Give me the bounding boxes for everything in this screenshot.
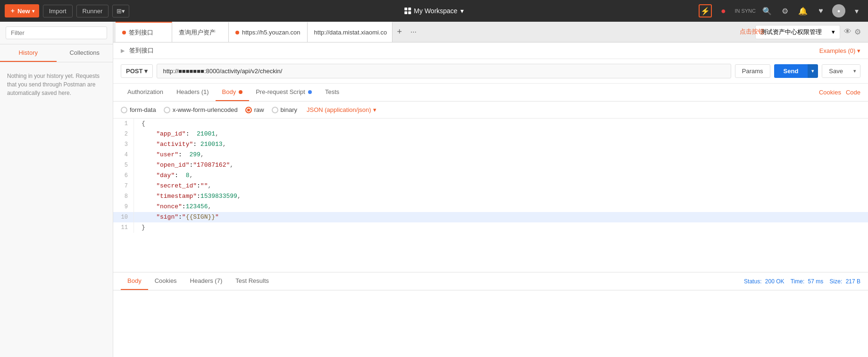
status-value: 200 OK: [765, 278, 786, 285]
tab-dot-3: [235, 31, 239, 34]
new-chevron-icon: ▾: [32, 8, 34, 14]
eye-icon[interactable]: 👁: [844, 27, 851, 36]
sidebar-tabs: History Collections: [0, 44, 113, 62]
runner-label: Runner: [83, 8, 103, 15]
examples-label: Examples (0): [819, 47, 856, 54]
resp-tab-cookies[interactable]: Cookies: [148, 272, 184, 290]
tab-authorization-label: Authorization: [127, 88, 163, 95]
params-button[interactable]: Params: [735, 64, 770, 78]
response-status-bar: Status: 200 OK Time: 57 ms Size: 217 B: [744, 278, 860, 285]
resp-tab-body[interactable]: Body: [121, 272, 148, 290]
examples-link[interactable]: Examples (0) ▾: [819, 47, 860, 54]
code-line-5: 5 "open_id":"17087162",: [113, 160, 868, 170]
binary-label: binary: [281, 106, 297, 113]
tab-prerequest[interactable]: Pre-request Script: [249, 84, 318, 101]
breadcrumb-arrow-icon[interactable]: ▶: [121, 48, 125, 54]
new-label: New: [17, 8, 30, 15]
workspace-selector[interactable]: My Workspace ▾: [404, 7, 463, 15]
cookies-link[interactable]: Cookies: [819, 89, 841, 96]
tab-add-button[interactable]: +: [392, 27, 407, 37]
sidebar-tab-collections[interactable]: Collections: [57, 44, 113, 62]
line-num-11: 11: [113, 222, 134, 233]
sidebar-tab-history-label: History: [19, 49, 38, 56]
workspace-icon: [404, 8, 411, 14]
send-dropdown-button[interactable]: ▾: [808, 64, 818, 78]
method-chevron-icon: ▾: [144, 68, 148, 75]
search-button[interactable]: 🔍: [760, 4, 774, 17]
urlencoded-label: x-www-form-urlencoded: [173, 106, 238, 113]
import-button[interactable]: Import: [43, 5, 73, 17]
line-num-5: 5: [113, 160, 134, 170]
line-num-6: 6: [113, 170, 134, 181]
main-content: 签到接口 查询用户资产 https://h5.youzan.con http:/…: [113, 22, 868, 357]
resp-tab-test-results[interactable]: Test Results: [229, 272, 275, 290]
notification-button[interactable]: 🔔: [796, 4, 810, 17]
tab-tests-label: Tests: [325, 88, 339, 95]
tab-mistat[interactable]: http://data.mistat.xiaomi.co: [308, 22, 392, 42]
capture-button[interactable]: ⊞▾: [112, 5, 129, 17]
json-type-selector[interactable]: JSON (application/json) ▾: [307, 106, 376, 113]
breadcrumb-bar: ▶ 签到接口 Examples (0) ▾: [113, 42, 868, 59]
option-form-data[interactable]: form-data: [121, 106, 156, 113]
response-panel: Body Cookies Headers (7) Test Results St…: [113, 272, 868, 357]
code-line-3: 3 "activity": 210013,: [113, 139, 868, 150]
tab-more-button[interactable]: ⋯: [407, 28, 420, 35]
response-tabs: Body Cookies Headers (7) Test Results St…: [113, 272, 868, 290]
profile-button[interactable]: ●: [832, 4, 845, 17]
tab-body-label: Body: [222, 88, 236, 95]
sync-button[interactable]: ●: [717, 4, 730, 17]
tab-body[interactable]: Body: [216, 84, 250, 101]
sidebar-filter-area: [0, 22, 113, 44]
save-dropdown-button[interactable]: ▾: [850, 65, 860, 77]
tab-signin[interactable]: 签到接口: [116, 22, 172, 42]
save-group: Save ▾: [822, 64, 860, 78]
new-button[interactable]: ＋ New ▾: [5, 4, 39, 17]
response-content: [113, 290, 868, 357]
breadcrumb-text: 签到接口: [129, 46, 154, 55]
tab-label-2: 查询用户资产: [179, 28, 216, 37]
radio-form-data: [121, 107, 127, 113]
resp-headers-label: Headers (7): [190, 277, 223, 284]
tab-tests[interactable]: Tests: [318, 84, 346, 101]
option-raw[interactable]: raw: [245, 106, 264, 113]
tabs-bar: 签到接口 查询用户资产 https://h5.youzan.con http:/…: [113, 22, 868, 42]
resp-tab-headers[interactable]: Headers (7): [184, 272, 229, 290]
tab-prerequest-label: Pre-request Script: [256, 88, 305, 95]
settings-env-icon[interactable]: ⚙: [854, 27, 861, 36]
sidebar-empty-message: Nothing in your history yet. Requests th…: [0, 62, 113, 107]
option-urlencoded[interactable]: x-www-form-urlencoded: [164, 106, 238, 113]
runner-button[interactable]: Runner: [76, 5, 109, 17]
tab-assets[interactable]: 查询用户资产: [172, 22, 229, 42]
env-dropdown[interactable]: 测试资产中心权限管理 ▾: [755, 25, 840, 39]
url-input[interactable]: [157, 64, 731, 78]
method-select[interactable]: POST ▾: [121, 64, 153, 78]
option-binary[interactable]: binary: [272, 106, 297, 113]
sidebar-tab-history[interactable]: History: [0, 44, 57, 62]
code-link[interactable]: Code: [846, 89, 860, 96]
line-num-7: 7: [113, 181, 134, 191]
line-num-2: 2: [113, 129, 134, 139]
sidebar-tab-collections-label: Collections: [69, 49, 100, 56]
tab-youzan[interactable]: https://h5.youzan.con: [229, 22, 308, 42]
hint-text: 点击按钮: [740, 27, 764, 36]
send-label: Send: [784, 68, 799, 75]
code-line-6: 6 "day": 8,: [113, 170, 868, 181]
code-line-4: 4 "user": 299,: [113, 150, 868, 160]
send-button[interactable]: Send: [774, 64, 808, 78]
top-nav: ＋ New ▾ Import Runner ⊞▾ My Workspace ▾ …: [0, 0, 868, 22]
interceptor-button[interactable]: ⚡: [699, 4, 712, 17]
cookies-label: Cookies: [819, 89, 841, 96]
tab-headers[interactable]: Headers (1): [170, 84, 216, 101]
code-editor[interactable]: 1 { 2 "app_id": 21001, 3 "activity": 210…: [113, 119, 868, 272]
tab-authorization[interactable]: Authorization: [121, 84, 170, 101]
filter-input[interactable]: [6, 26, 107, 39]
more-button[interactable]: ▾: [850, 4, 863, 17]
workspace-chevron-icon: ▾: [460, 7, 464, 15]
line-num-4: 4: [113, 150, 134, 160]
settings-button[interactable]: ⚙: [778, 4, 792, 17]
save-button[interactable]: Save: [822, 65, 850, 77]
body-dot: [239, 90, 242, 94]
heart-button[interactable]: ♥: [814, 4, 827, 17]
tab-dot-1: [122, 31, 126, 34]
plus-icon: ＋: [9, 7, 16, 15]
